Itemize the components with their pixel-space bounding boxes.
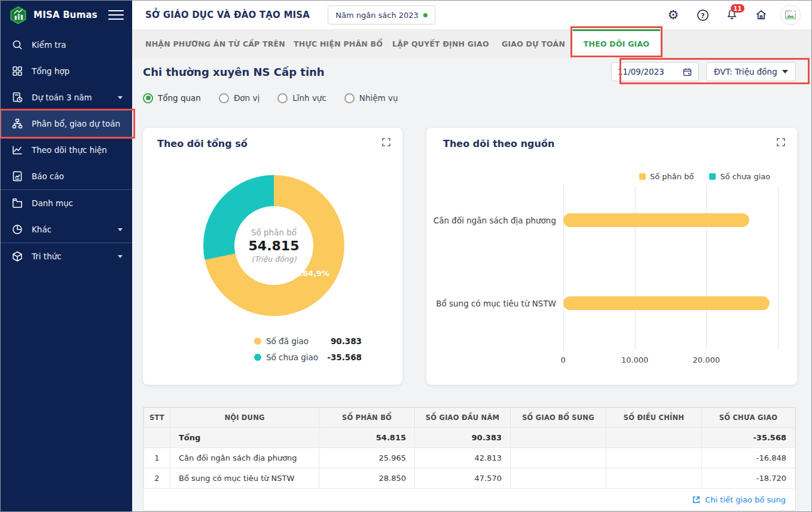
date-value: 11/09/2023 — [618, 67, 664, 76]
tab-thuc-hien-phan-bo[interactable]: THỰC HIỆN PHÂN BỔ — [294, 29, 383, 59]
broken-image-icon — [784, 8, 797, 22]
sidebar-item-phan-bo-giao-du-toan[interactable]: Phân bổ, giao dự toán — [1, 111, 132, 137]
table-row: 2 Bổ sung có mục tiêu từ NSTW 28.850 47.… — [144, 468, 795, 489]
tab-label: THEO DÕI GIAO — [584, 39, 649, 48]
radio-icon — [143, 93, 153, 103]
legend-label: Số đã giao — [266, 336, 327, 346]
cell-so-dieu-chinh — [606, 428, 702, 448]
help-icon[interactable]: ? — [695, 8, 710, 22]
cell-stt: 1 — [144, 448, 170, 468]
external-link-icon — [692, 495, 701, 504]
topbar-icons: ⚙ ? 11 — [666, 8, 768, 22]
sidebar-item-theo-doi-thuc-hien[interactable]: Theo dõi thực hiện — [1, 137, 132, 163]
sidebar-item-kiem-tra[interactable]: Kiểm tra — [1, 32, 132, 58]
tab-giao-du-toan[interactable]: GIAO DỰ TOÁN — [502, 29, 565, 59]
misa-logo-icon — [9, 5, 28, 25]
settings-gear-icon[interactable]: ⚙ — [666, 8, 680, 22]
table-header-row: STT NỘI DUNG SỐ PHÂN BỔ SỐ GIAO ĐẦU NĂM … — [144, 408, 795, 428]
cell-noi-dung: Cân đối ngân sách địa phương — [170, 448, 319, 468]
radio-label: Nhiệm vụ — [359, 93, 398, 103]
notifications-bell-icon[interactable]: 11 — [725, 8, 739, 22]
radio-label: Đơn vị — [234, 93, 260, 103]
legend-square-teal-icon — [709, 173, 716, 180]
col-header-so-giao-bo-sung: SỐ GIAO BỔ SUNG — [511, 408, 606, 428]
tab-label: GIAO DỰ TOÁN — [502, 39, 565, 48]
cell-so-phan-bo: 54.815 — [319, 428, 415, 448]
gridline — [778, 186, 779, 350]
col-header-so-phan-bo: SỐ PHÂN BỔ — [319, 408, 415, 428]
col-header-so-giao-dau-nam: SỐ GIAO ĐẦU NĂM — [415, 408, 511, 428]
sidebar-item-label: Theo dõi thực hiện — [32, 145, 107, 155]
radio-don-vi[interactable]: Đơn vị — [219, 93, 260, 103]
tab-theo-doi-giao[interactable]: THEO DÕI GIAO — [573, 29, 660, 59]
chi-tiet-giao-bo-sung-link[interactable]: Chi tiết giao bổ sung — [692, 495, 786, 504]
x-axis-tick: 10.000 — [621, 355, 649, 364]
unit-select-dropdown[interactable]: ĐVT: Triệu đồng — [706, 62, 796, 81]
cell-so-phan-bo: 28.850 — [319, 468, 415, 489]
radio-linh-vuc[interactable]: Lĩnh vực — [277, 93, 326, 103]
line-chart-icon — [11, 144, 23, 156]
chevron-down-icon — [782, 70, 788, 73]
main-area: SỞ GIÁO DỤC VÀ ĐÀO TẠO MISA Năm ngân sác… — [132, 1, 811, 511]
hamburger-menu-icon[interactable] — [108, 7, 124, 23]
radio-label: Lĩnh vực — [292, 93, 326, 103]
radio-icon — [219, 93, 229, 103]
app-window: MISA Bumas Kiểm tra Tổng hợp Dự toán 3 n… — [0, 0, 812, 512]
org-name: SỞ GIÁO DỤC VÀ ĐÀO TẠO MISA — [145, 10, 310, 20]
svg-text:?: ? — [701, 11, 704, 19]
user-avatar[interactable] — [780, 5, 801, 25]
cell-so-giao-bo-sung — [511, 468, 606, 489]
view-mode-radios: Tổng quan Đơn vị Lĩnh vực Nhiệm vụ — [143, 91, 796, 105]
tab-label: NHẬN PHƯƠNG ÁN TỪ CẤP TRÊN — [145, 39, 285, 48]
budget-year-button[interactable]: Năm ngân sách 2023 — [328, 5, 435, 24]
grid-icon — [11, 65, 23, 77]
date-picker-input[interactable]: 11/09/2023 — [611, 62, 699, 81]
sidebar-item-danh-muc[interactable]: Danh mục — [1, 190, 132, 216]
sidebar-item-tri-thuc[interactable]: Tri thức — [1, 243, 132, 269]
cell-so-chua-giao: -35.568 — [702, 428, 795, 448]
chevron-down-icon — [118, 255, 123, 258]
sidebar-item-tong-hop[interactable]: Tổng hợp — [1, 58, 132, 84]
doc-clock-icon — [11, 91, 23, 103]
hbar — [563, 296, 770, 310]
summary-table: STT NỘI DUNG SỐ PHÂN BỔ SỐ GIAO ĐẦU NĂM … — [143, 407, 796, 511]
sidebar-item-label: Phân bổ, giao dự toán — [32, 119, 120, 128]
cell-so-giao-bo-sung — [511, 448, 606, 468]
table-row: 1 Cân đối ngân sách địa phương 25.965 42… — [144, 448, 795, 468]
budget-year-label: Năm ngân sách 2023 — [335, 11, 419, 20]
tab-lap-quyet-dinh-giao[interactable]: LẬP QUYẾT ĐỊNH GIAO — [392, 29, 489, 59]
sidebar-item-du-toan-3-nam[interactable]: Dự toán 3 năm — [1, 84, 132, 111]
status-dot-icon — [423, 13, 428, 17]
home-icon[interactable] — [754, 8, 768, 22]
cell-so-giao-bo-sung — [511, 428, 606, 448]
tabbar: NHẬN PHƯƠNG ÁN TỪ CẤP TRÊN THỰC HIỆN PHÂ… — [132, 29, 811, 59]
legend-label: Số phân bổ — [650, 172, 694, 181]
radio-nhiem-vu[interactable]: Nhiệm vụ — [344, 93, 398, 103]
sidebar-item-bao-cao[interactable]: Báo cáo — [1, 163, 132, 189]
donut-center-label: Số phân bổ — [251, 228, 297, 237]
fullscreen-icon[interactable] — [381, 137, 392, 148]
bar-legend: Số phân bổ Số chưa giao — [639, 172, 770, 181]
pie-icon — [11, 223, 23, 235]
cell-stt: 2 — [144, 468, 170, 489]
notification-badge: 11 — [731, 4, 744, 13]
cell-noi-dung: Tổng — [170, 428, 319, 448]
fullscreen-icon[interactable] — [776, 137, 786, 148]
cube-icon — [11, 250, 23, 262]
tab-nhan-phuong-an[interactable]: NHẬN PHƯƠNG ÁN TỪ CẤP TRÊN — [145, 29, 285, 59]
cell-so-chua-giao: -16.848 — [702, 448, 795, 468]
card-theo-doi-theo-nguon: Theo dõi theo nguồn Số phân bổ Số chưa g… — [426, 128, 797, 385]
cell-so-giao-dau-nam: 42.813 — [415, 448, 511, 468]
sidebar-item-khac[interactable]: Khác — [1, 216, 132, 243]
search-doc-icon — [11, 39, 23, 51]
link-label: Chi tiết giao bổ sung — [705, 495, 786, 504]
sidebar-nav: Kiểm tra Tổng hợp Dự toán 3 năm Phân bổ,… — [1, 29, 132, 269]
calendar-icon — [682, 67, 692, 77]
tab-label: LẬP QUYẾT ĐỊNH GIAO — [392, 39, 489, 48]
radio-tong-quan[interactable]: Tổng quan — [143, 93, 201, 103]
cell-so-phan-bo: 25.965 — [319, 448, 415, 468]
x-axis-tick: 0 — [561, 355, 566, 364]
sidebar-item-label: Tổng hợp — [32, 66, 69, 76]
hbar — [563, 213, 749, 227]
radio-label: Tổng quan — [158, 93, 201, 103]
